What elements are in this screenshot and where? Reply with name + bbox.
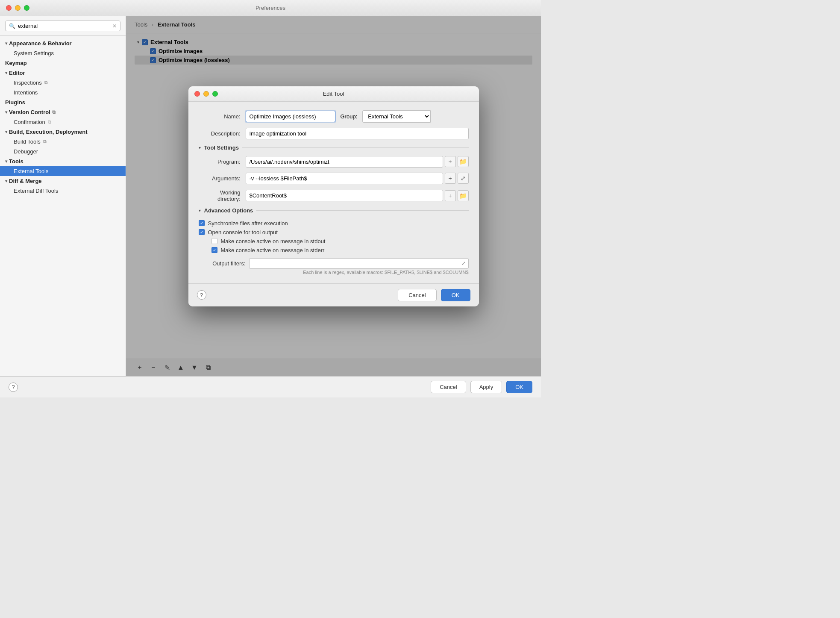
modal-min-button[interactable]: [203, 91, 209, 97]
chevron-down-icon: ▾: [5, 159, 7, 164]
program-input[interactable]: [246, 156, 443, 168]
output-filters-input[interactable]: [252, 260, 461, 267]
advanced-options-header: ▾ Advanced Options: [199, 207, 469, 214]
title-bar: Preferences: [0, 0, 541, 16]
modal-footer: ? Cancel OK: [188, 283, 479, 306]
modal-body: Name: Group: External Tools Description:: [188, 102, 479, 283]
sidebar-item-tools[interactable]: ▾ Tools: [0, 156, 126, 166]
sidebar-item-external-diff-tools[interactable]: External Diff Tools: [0, 186, 126, 196]
search-input[interactable]: [18, 23, 110, 29]
working-dir-add-button[interactable]: +: [445, 190, 456, 201]
sync-files-row[interactable]: ✓ Synchronize files after execution: [199, 219, 469, 228]
sidebar-item-inspections[interactable]: Inspections ⧉: [0, 78, 126, 88]
sidebar-item-intentions[interactable]: Intentions: [0, 88, 126, 97]
sidebar-item-system-settings[interactable]: System Settings: [0, 48, 126, 58]
copy-icon: ⧉: [44, 80, 48, 85]
bottom-right: Cancel Apply OK: [431, 381, 532, 393]
open-console-checkbox[interactable]: ✓: [199, 229, 205, 235]
sidebar-item-diff-merge[interactable]: ▾ Diff & Merge: [0, 176, 126, 186]
edit-tool-dialog: Edit Tool Name: Group: External Tools: [188, 86, 479, 306]
sync-files-checkbox[interactable]: ✓: [199, 220, 205, 226]
program-row: Program: + 📁: [199, 156, 469, 168]
modal-close-button[interactable]: [194, 91, 200, 97]
working-dir-folder-button[interactable]: 📁: [458, 190, 469, 201]
chevron-down-icon: ▾: [5, 110, 7, 115]
section-divider: [242, 147, 469, 148]
name-input[interactable]: [246, 111, 335, 122]
modal-title-bar: Edit Tool: [188, 86, 479, 102]
copy-icon: ⧉: [48, 119, 51, 125]
output-filters-hint: Each line is a regex, available macros: …: [199, 270, 469, 275]
sidebar-item-external-tools[interactable]: External Tools: [0, 166, 126, 176]
search-icon: 🔍: [9, 23, 15, 29]
sidebar-item-appearance-behavior[interactable]: ▾ Appearance & Behavior: [0, 38, 126, 48]
output-filters-expand-icon[interactable]: ⤢: [461, 260, 466, 266]
close-button[interactable]: [6, 5, 12, 11]
arguments-expand-button[interactable]: ⤢: [458, 173, 469, 184]
sidebar-item-build-exec[interactable]: ▾ Build, Execution, Deployment: [0, 127, 126, 137]
copy-icon: ⧉: [52, 109, 56, 115]
sidebar: 🔍 ✕ ▾ Appearance & Behavior System Setti…: [0, 16, 126, 376]
console-stderr-checkbox[interactable]: ✓: [211, 247, 217, 253]
working-dir-row: Working directory: + 📁: [199, 189, 469, 202]
modal-footer-buttons: Cancel OK: [398, 289, 470, 301]
group-dropdown: External Tools: [362, 110, 431, 123]
window-controls: [6, 5, 29, 11]
group-select[interactable]: External Tools: [362, 110, 431, 123]
program-add-button[interactable]: +: [445, 156, 456, 167]
working-dir-input[interactable]: [246, 190, 443, 201]
modal-help-button[interactable]: ?: [197, 290, 206, 300]
sidebar-navigation: ▾ Appearance & Behavior System Settings …: [0, 36, 126, 198]
open-console-row[interactable]: ✓ Open console for tool output: [199, 228, 469, 237]
console-stdout-checkbox[interactable]: [211, 238, 217, 244]
console-stderr-row[interactable]: ✓ Make console active on message in stde…: [199, 246, 469, 255]
modal-max-button[interactable]: [212, 91, 218, 97]
sidebar-item-confirmation[interactable]: Confirmation ⧉: [0, 117, 126, 127]
sidebar-item-keymap[interactable]: Keymap: [0, 58, 126, 68]
name-group-row: Name: Group: External Tools: [199, 110, 469, 123]
description-label: Description:: [199, 130, 246, 137]
sidebar-item-editor[interactable]: ▾ Editor: [0, 68, 126, 78]
search-box: 🔍 ✕: [0, 16, 126, 36]
chevron-down-icon: ▾: [5, 71, 7, 75]
arguments-label: Arguments:: [199, 175, 246, 182]
arguments-input[interactable]: [246, 173, 443, 184]
sidebar-item-build-tools[interactable]: Build Tools ⧉: [0, 137, 126, 147]
sidebar-item-debugger[interactable]: Debugger: [0, 147, 126, 156]
program-input-group: + 📁: [246, 156, 469, 168]
apply-button[interactable]: Apply: [470, 381, 502, 393]
console-stdout-row[interactable]: Make console active on message in stdout: [199, 237, 469, 246]
output-filters-row: Output filters: ⤢: [199, 258, 469, 269]
description-row: Description:: [199, 128, 469, 139]
help-button[interactable]: ?: [9, 383, 18, 392]
cancel-button[interactable]: Cancel: [431, 381, 466, 393]
arguments-row: Arguments: + ⤢: [199, 173, 469, 184]
program-label: Program:: [199, 159, 246, 165]
working-dir-label: Working directory:: [199, 189, 246, 202]
arguments-input-group: + ⤢: [246, 173, 469, 184]
maximize-button[interactable]: [24, 5, 29, 11]
chevron-down-icon: ▾: [199, 145, 201, 150]
sidebar-item-version-control[interactable]: ▾ Version Control ⧉: [0, 107, 126, 117]
chevron-down-icon: ▾: [5, 129, 7, 134]
output-filters-input-wrap: ⤢: [249, 258, 469, 269]
program-folder-button[interactable]: 📁: [458, 156, 469, 167]
search-input-wrap: 🔍 ✕: [5, 21, 120, 31]
modal-window-controls: [194, 91, 218, 97]
main-layout: 🔍 ✕ ▾ Appearance & Behavior System Setti…: [0, 16, 541, 376]
section-divider: [256, 210, 468, 211]
content-area: Tools › External Tools ▾ ✓ External Tool…: [126, 16, 541, 376]
minimize-button[interactable]: [15, 5, 21, 11]
arguments-add-button[interactable]: +: [445, 173, 456, 184]
ok-button[interactable]: OK: [506, 381, 532, 393]
sidebar-item-plugins[interactable]: Plugins: [0, 97, 126, 107]
description-input[interactable]: [246, 128, 469, 139]
bottom-bar: ? Cancel Apply OK: [0, 376, 541, 397]
modal-title: Edit Tool: [323, 91, 344, 97]
copy-icon: ⧉: [43, 139, 47, 144]
tool-settings-header: ▾ Tool Settings: [199, 144, 469, 151]
modal-cancel-button[interactable]: Cancel: [398, 289, 436, 301]
search-clear-icon[interactable]: ✕: [112, 23, 117, 29]
modal-ok-button[interactable]: OK: [441, 289, 470, 301]
bottom-left: ?: [9, 383, 18, 392]
